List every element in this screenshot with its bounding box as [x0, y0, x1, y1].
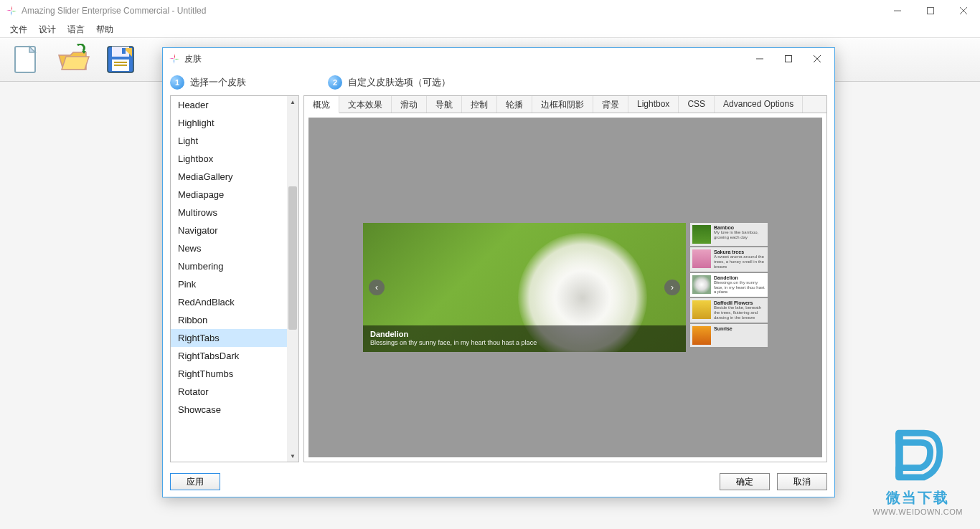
menubar: 文件 设计 语言 帮助	[0, 22, 980, 37]
right-tab-1[interactable]: Sakura treesA sweet aroma around the tre…	[690, 247, 768, 272]
tab-2[interactable]: 滑动	[392, 96, 427, 113]
options-tabbar: 概览文本效果滑动导航控制轮播边框和阴影背景LightboxCSSAdvanced…	[304, 96, 826, 113]
slider-next-button[interactable]: ›	[664, 280, 680, 295]
skin-item-highlight[interactable]: Highlight	[171, 114, 287, 132]
skin-item-light[interactable]: Light	[171, 132, 287, 150]
right-tab-title: Sakura trees	[714, 249, 765, 254]
slider-caption: Dandelion Blessings on thy sunny face, i…	[363, 325, 686, 352]
skin-item-mediagallery[interactable]: MediaGallery	[171, 168, 287, 186]
scroll-track[interactable]	[287, 108, 298, 450]
skin-item-pink[interactable]: Pink	[171, 275, 287, 293]
minimize-button[interactable]	[881, 0, 914, 22]
tab-1[interactable]: 文本效果	[339, 96, 392, 113]
new-file-icon[interactable]	[9, 42, 43, 77]
dialog-maximize-button[interactable]	[774, 49, 803, 68]
close-button[interactable]	[947, 0, 980, 22]
maximize-button[interactable]	[914, 0, 947, 22]
right-tab-desc: Beside the lake, beneath the trees, flut…	[714, 305, 765, 320]
dialog-title: 皮肤	[184, 53, 202, 65]
menu-language[interactable]: 语言	[63, 22, 89, 37]
tab-7[interactable]: 背景	[593, 96, 628, 113]
skin-item-righttabsdark[interactable]: RightTabsDark	[171, 347, 287, 365]
menu-file[interactable]: 文件	[6, 22, 32, 37]
window-title: Amazing Slider Enterprise Commercial - U…	[22, 6, 206, 16]
step-1-label: 选择一个皮肤	[190, 76, 246, 89]
slider-main-image: ‹ › Dandelion Blessings on thy sunny fac…	[363, 223, 686, 352]
skin-item-numbering[interactable]: Numbering	[171, 257, 287, 275]
right-tab-0[interactable]: BambooMy love is like bamboo, growing ea…	[690, 223, 768, 246]
skin-item-header[interactable]: Header	[171, 96, 287, 114]
step-2-label: 自定义皮肤选项（可选）	[348, 76, 451, 89]
preview-area: ‹ › Dandelion Blessings on thy sunny fac…	[308, 118, 822, 457]
right-tab-thumb	[692, 225, 711, 244]
tab-6[interactable]: 边框和阴影	[532, 96, 593, 113]
apply-button[interactable]: 应用	[170, 473, 220, 490]
right-tab-desc: Blessings on thy sunny face, in my heart…	[714, 280, 765, 295]
skin-item-multirows[interactable]: Multirows	[171, 204, 287, 221]
options-panel: 概览文本效果滑动导航控制轮播边框和阴影背景LightboxCSSAdvanced…	[303, 95, 827, 462]
save-icon[interactable]	[103, 42, 138, 77]
scroll-thumb[interactable]	[288, 186, 297, 330]
ok-button[interactable]: 确定	[720, 473, 770, 490]
slider-prev-button[interactable]: ‹	[369, 280, 385, 295]
dialog-logo-icon	[169, 53, 180, 65]
scroll-down-button[interactable]: ▼	[287, 450, 298, 462]
step-1-badge: 1	[170, 75, 184, 90]
skin-item-rotator[interactable]: Rotator	[171, 383, 287, 401]
tab-9[interactable]: CSS	[679, 96, 715, 113]
skin-item-redandblack[interactable]: RedAndBlack	[171, 293, 287, 311]
app-logo-icon	[6, 5, 17, 16]
tab-3[interactable]: 导航	[427, 96, 462, 113]
right-tab-title: Dandelion	[714, 275, 765, 280]
caption-desc: Blessings on thy sunny face, in my heart…	[370, 339, 679, 346]
skin-list[interactable]: HeaderHighlightLightLightboxMediaGallery…	[171, 96, 287, 462]
caption-title: Dandelion	[370, 330, 679, 338]
tab-4[interactable]: 控制	[462, 96, 497, 113]
right-tab-title: Sunrise	[714, 326, 765, 331]
cancel-button[interactable]: 取消	[777, 473, 827, 490]
svg-rect-12	[122, 48, 126, 54]
skin-item-rightthumbs[interactable]: RightThumbs	[171, 365, 287, 383]
right-tab-3[interactable]: Daffodil FlowersBeside the lake, beneath…	[690, 298, 768, 323]
menu-help[interactable]: 帮助	[92, 22, 118, 37]
skin-item-news[interactable]: News	[171, 239, 287, 257]
dialog-close-button[interactable]	[803, 49, 831, 68]
skin-item-navigator[interactable]: Navigator	[171, 221, 287, 239]
right-tab-thumb	[692, 326, 711, 345]
tab-0[interactable]: 概览	[304, 96, 339, 113]
dialog-step-header: 1选择一个皮肤 2自定义皮肤选项（可选）	[163, 70, 834, 95]
skin-item-showcase[interactable]: Showcase	[171, 401, 287, 419]
tab-10[interactable]: Advanced Options	[715, 96, 803, 113]
right-tab-4[interactable]: Sunrise	[690, 324, 768, 347]
step-2-badge: 2	[328, 75, 342, 90]
slider-right-tabs: BambooMy love is like bamboo, growing ea…	[690, 223, 768, 352]
right-tab-thumb	[692, 249, 711, 268]
svg-rect-15	[786, 56, 792, 62]
skin-item-lightbox[interactable]: Lightbox	[171, 150, 287, 168]
right-tab-desc: My love is like bamboo, growing each day	[714, 230, 765, 240]
skin-item-righttabs[interactable]: RightTabs	[171, 329, 287, 347]
slider-preview: ‹ › Dandelion Blessings on thy sunny fac…	[363, 223, 768, 352]
scroll-up-button[interactable]: ▲	[287, 96, 298, 108]
dialog-footer: 应用 确定 取消	[163, 467, 834, 497]
skin-dialog: 皮肤 1选择一个皮肤 2自定义皮肤选项（可选） HeaderHighlightL…	[162, 47, 835, 497]
skin-item-ribbon[interactable]: Ribbon	[171, 311, 287, 329]
svg-rect-2	[928, 8, 934, 14]
right-tab-title: Daffodil Flowers	[714, 300, 765, 305]
menu-design[interactable]: 设计	[34, 22, 60, 37]
dialog-minimize-button[interactable]	[745, 49, 774, 68]
skin-list-panel: HeaderHighlightLightLightboxMediaGallery…	[170, 95, 299, 462]
main-titlebar: Amazing Slider Enterprise Commercial - U…	[0, 0, 980, 22]
right-tab-title: Bamboo	[714, 225, 765, 230]
right-tab-2[interactable]: DandelionBlessings on thy sunny face, in…	[690, 273, 768, 297]
right-tab-thumb	[692, 275, 711, 294]
open-folder-icon[interactable]	[56, 42, 90, 77]
right-tab-thumb	[692, 300, 711, 319]
scrollbar[interactable]: ▲ ▼	[287, 96, 298, 462]
tab-8[interactable]: Lightbox	[628, 96, 679, 113]
dialog-titlebar: 皮肤	[163, 48, 834, 70]
right-tab-desc: A sweet aroma around the trees, a honey …	[714, 254, 765, 270]
tab-5[interactable]: 轮播	[497, 96, 532, 113]
skin-item-mediapage[interactable]: Mediapage	[171, 186, 287, 204]
